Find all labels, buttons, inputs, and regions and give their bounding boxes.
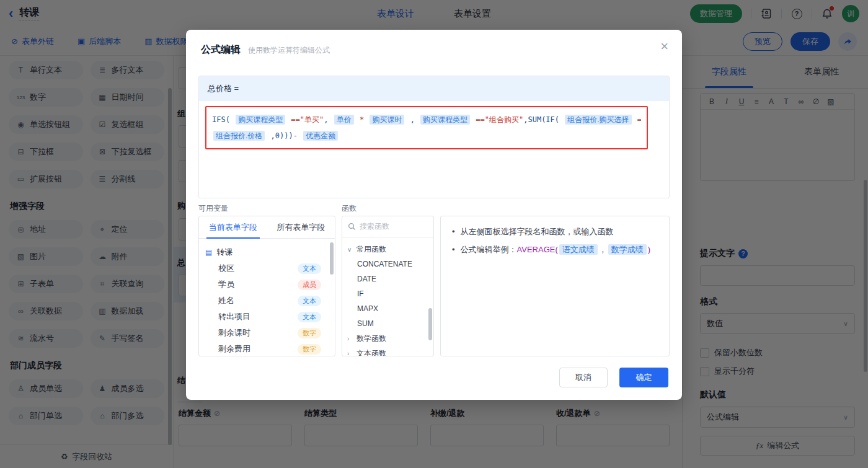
variable-field-item[interactable]: 校区文本 (205, 260, 329, 276)
chevron-down-icon: ∨ (347, 246, 353, 253)
variable-name: 转出项目 (218, 311, 250, 322)
field-token: 数学成绩 (608, 244, 647, 255)
variable-name: 学员 (218, 279, 234, 290)
variable-name: 剩余费用 (218, 343, 250, 355)
functions-scrollbar[interactable] (428, 308, 432, 340)
formula-text: IFS( (212, 115, 234, 124)
formula-text: ,SUM(IF( (523, 115, 564, 124)
field-type-badge: 成员 (298, 280, 321, 290)
function-group[interactable]: ∨常用函数 (347, 242, 428, 257)
tip-text: 公式编辑举例： (461, 245, 517, 254)
bullet-icon: • (452, 244, 455, 256)
function-item[interactable]: IF (347, 286, 428, 301)
formula-line: IFS( 购买课程类型 =="单买", 单价 * 购买课时 , 购买课程类型 =… (212, 112, 641, 128)
formula-operator: == (286, 115, 300, 124)
field-type-badge: 数字 (298, 344, 321, 355)
variable-field-item[interactable]: 姓名文本 (205, 293, 329, 309)
variable-name: 剩余课时 (218, 327, 250, 338)
field-token[interactable]: 购买课程类型 (420, 115, 470, 125)
functions-panel: 搜索函数 ∨常用函数CONCATENATEDATEIFMAPXSUM›数学函数›… (342, 216, 434, 356)
search-placeholder: 搜索函数 (360, 221, 389, 232)
variable-field-item[interactable]: 学员成员 (205, 276, 329, 293)
formula-string: "单买" (300, 115, 324, 124)
field-token[interactable]: 组合报价.价格 (213, 131, 265, 141)
field-token[interactable]: 购买课程类型 (236, 115, 285, 125)
formula-string: "组合购买" (485, 115, 523, 124)
formula-text: , (405, 115, 419, 124)
field-token[interactable]: 组合报价.购买选择 (565, 115, 631, 125)
form-name: 转课 (216, 247, 232, 258)
search-icon (348, 223, 356, 231)
variables-scrollbar[interactable] (330, 242, 334, 275)
help-tip-1: • 从左侧面板选择字段名和函数，或输入函数 (452, 226, 658, 238)
function-name-text: AVERAGE( (517, 245, 558, 254)
formula-line: 组合报价.价格 ,0)))- 优惠金额 (212, 128, 641, 144)
function-search-input[interactable]: 搜索函数 (342, 216, 433, 237)
variables-label: 可用变量 (198, 203, 228, 214)
field-type-badge: 文本 (298, 312, 321, 322)
function-group-name: 常用函数 (356, 244, 386, 255)
dialog-subtitle: 使用数学运算符编辑公式 (248, 45, 330, 56)
formula-operator: * (355, 115, 369, 124)
formula-editor: 总价格 = IFS( 购买课程类型 =="单买", 单价 * 购买课时 , 购买… (198, 76, 670, 198)
formula-input-area[interactable]: IFS( 购买课程类型 =="单买", 单价 * 购买课时 , 购买课程类型 =… (199, 101, 669, 154)
variables-tab-current[interactable]: 当前表单字段 (199, 216, 267, 238)
variable-name: 校区 (218, 263, 234, 274)
bullet-icon: • (452, 226, 455, 238)
variables-panel: 当前表单字段所有表单字段 ▤转课校区文本学员成员姓名文本转出项目文本剩余课时数字… (198, 216, 335, 356)
function-group-name: 文本函数 (356, 348, 386, 357)
field-token[interactable]: 优惠金额 (303, 131, 338, 141)
variable-name: 姓名 (218, 295, 234, 306)
formula-text: , (324, 115, 332, 124)
field-token[interactable]: 单价 (334, 115, 354, 125)
functions-label: 函数 (342, 203, 356, 214)
variable-field-item[interactable]: 剩余课时数字 (205, 325, 329, 341)
formula-editor-dialog: 公式编辑 使用数学运算符编辑公式 × 总价格 = IFS( 购买课程类型 =="… (186, 30, 682, 400)
function-item[interactable]: CONCATENATE (347, 257, 428, 272)
function-item[interactable]: SUM (347, 316, 428, 331)
variables-form-item[interactable]: ▤转课 (205, 244, 329, 260)
function-group-name: 数学函数 (356, 333, 386, 344)
field-type-badge: 数字 (298, 328, 321, 338)
cancel-button[interactable]: 取消 (559, 368, 608, 387)
formula-operator: == (633, 115, 641, 124)
chevron-right-icon: › (347, 335, 353, 342)
function-item[interactable]: DATE (347, 272, 428, 286)
help-tip-2: • 公式编辑举例：AVERAGE(语文成绩，数学成绩) (452, 244, 658, 256)
field-type-badge: 文本 (298, 263, 321, 274)
close-icon[interactable]: × (660, 40, 668, 53)
formula-operator: == (471, 115, 485, 124)
variable-field-item[interactable]: 剩余费用数字 (205, 341, 329, 356)
chevron-right-icon: › (347, 350, 353, 357)
function-group[interactable]: ›文本函数 (347, 346, 428, 356)
field-type-badge: 文本 (298, 296, 321, 306)
function-group[interactable]: ›数学函数 (347, 331, 428, 346)
variables-tab-all[interactable]: 所有表单字段 (267, 216, 335, 238)
formula-highlight-box: IFS( 购买课程类型 =="单买", 单价 * 购买课时 , 购买课程类型 =… (205, 106, 648, 149)
field-token: 语文成绩 (559, 244, 598, 255)
form-file-icon: ▤ (205, 248, 212, 257)
variable-field-item[interactable]: 转出项目文本 (205, 309, 329, 325)
formula-text: ,0)))- (266, 131, 302, 140)
help-panel: • 从左侧面板选择字段名和函数，或输入函数 • 公式编辑举例：AVERAGE(语… (440, 216, 670, 356)
field-token[interactable]: 购买课时 (370, 115, 404, 125)
function-item[interactable]: MAPX (347, 301, 428, 316)
confirm-button[interactable]: 确定 (619, 368, 668, 387)
dialog-title: 公式编辑 (201, 43, 241, 56)
tip-separator: ， (599, 245, 607, 254)
formula-result-label: 总价格 = (199, 76, 669, 101)
function-name-text: ) (648, 245, 650, 254)
